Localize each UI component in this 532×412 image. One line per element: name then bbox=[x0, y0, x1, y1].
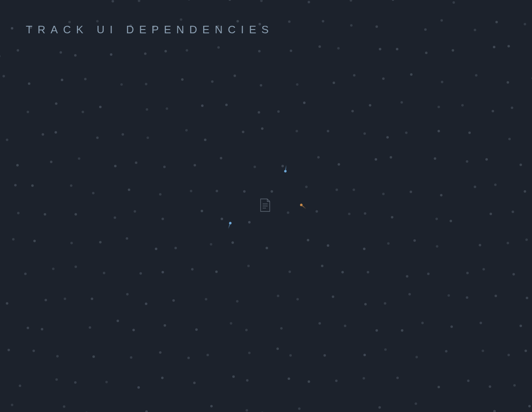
background-dot bbox=[27, 111, 29, 113]
background-dot bbox=[68, 21, 71, 23]
background-dot bbox=[191, 268, 194, 271]
background-dot bbox=[216, 190, 218, 192]
background-dot bbox=[246, 379, 249, 382]
background-dot bbox=[390, 156, 392, 159]
document-icon bbox=[259, 199, 271, 212]
background-dot bbox=[367, 271, 369, 273]
background-dot bbox=[96, 137, 99, 139]
background-dot bbox=[99, 241, 102, 243]
background-dot bbox=[144, 52, 147, 55]
background-dot bbox=[89, 326, 91, 329]
background-dot bbox=[74, 381, 77, 384]
background-dot bbox=[28, 82, 30, 85]
background-dot bbox=[288, 271, 291, 273]
background-dot bbox=[363, 132, 366, 135]
background-dot bbox=[19, 385, 21, 387]
background-dot bbox=[231, 241, 234, 244]
background-dot bbox=[55, 102, 57, 105]
background-dot bbox=[290, 50, 292, 52]
background-dot bbox=[56, 355, 59, 357]
background-dot bbox=[408, 293, 411, 295]
background-dot bbox=[14, 184, 17, 186]
background-dot bbox=[186, 49, 188, 52]
background-dot bbox=[384, 348, 387, 351]
background-dot bbox=[33, 240, 36, 242]
background-dot bbox=[401, 329, 403, 332]
background-dot bbox=[145, 83, 147, 85]
background-dot bbox=[479, 244, 481, 246]
background-dot bbox=[70, 184, 72, 187]
background-dot bbox=[92, 355, 95, 358]
background-dot bbox=[159, 193, 162, 196]
background-dot bbox=[242, 131, 244, 133]
background-dot bbox=[159, 351, 162, 354]
background-dot bbox=[363, 248, 365, 250]
background-dot bbox=[440, 19, 443, 22]
background-dot bbox=[466, 272, 469, 274]
background-dot bbox=[392, 0, 394, 1]
background-dot bbox=[323, 354, 326, 357]
background-dot bbox=[336, 189, 338, 191]
background-dot bbox=[204, 139, 206, 141]
background-dot bbox=[466, 296, 468, 299]
background-dot bbox=[185, 129, 188, 132]
background-dot bbox=[63, 405, 65, 408]
background-dot bbox=[353, 189, 355, 191]
background-dot bbox=[50, 161, 52, 163]
background-dot bbox=[369, 104, 371, 107]
background-dot bbox=[52, 268, 55, 270]
background-dot bbox=[452, 49, 454, 52]
background-dot bbox=[289, 354, 292, 357]
background-dot bbox=[174, 247, 177, 249]
background-dot bbox=[441, 81, 443, 83]
background-dot bbox=[166, 107, 168, 110]
background-dot bbox=[126, 293, 129, 295]
background-dot bbox=[6, 302, 8, 305]
background-dot bbox=[508, 138, 511, 140]
background-dot bbox=[103, 272, 105, 274]
background-dot bbox=[288, 20, 291, 23]
background-dot bbox=[364, 303, 367, 305]
background-dot bbox=[280, 327, 283, 330]
background-dot bbox=[180, 18, 182, 21]
background-dot bbox=[364, 212, 366, 215]
background-dot bbox=[450, 325, 453, 328]
background-dot bbox=[277, 110, 280, 113]
background-dot bbox=[475, 74, 477, 77]
background-dot bbox=[307, 239, 309, 241]
background-dot bbox=[350, 0, 352, 2]
background-dot bbox=[438, 130, 440, 132]
background-dot bbox=[188, 0, 190, 0]
background-dot bbox=[135, 161, 137, 164]
background-dot bbox=[236, 300, 239, 303]
background-dot bbox=[61, 79, 63, 81]
background-dot bbox=[386, 136, 389, 139]
background-dot bbox=[261, 127, 264, 130]
page-title: TRACK UI DEPENDENCIES bbox=[26, 23, 274, 36]
background-dot bbox=[375, 25, 378, 28]
background-dot bbox=[507, 81, 509, 84]
background-dot bbox=[524, 190, 526, 193]
background-dot bbox=[495, 295, 497, 297]
background-dot bbox=[221, 218, 223, 220]
background-dot bbox=[485, 158, 488, 161]
background-dot bbox=[181, 78, 184, 81]
background-dot bbox=[162, 271, 164, 273]
background-dot bbox=[75, 213, 77, 216]
background-dot bbox=[528, 405, 531, 407]
background-dot bbox=[493, 410, 496, 412]
background-dot bbox=[276, 347, 279, 350]
background-dot bbox=[415, 402, 417, 405]
background-dot bbox=[415, 356, 418, 358]
background-dot bbox=[413, 239, 416, 242]
background-dot bbox=[378, 406, 381, 409]
background-dot bbox=[322, 20, 324, 22]
background-dot bbox=[316, 210, 318, 213]
background-dot bbox=[387, 242, 390, 245]
background-dot bbox=[474, 29, 476, 31]
background-dot bbox=[137, 386, 140, 389]
background-dot bbox=[92, 192, 94, 194]
background-dot bbox=[110, 53, 112, 56]
background-dot bbox=[260, 84, 262, 87]
background-dot bbox=[112, 0, 114, 2]
